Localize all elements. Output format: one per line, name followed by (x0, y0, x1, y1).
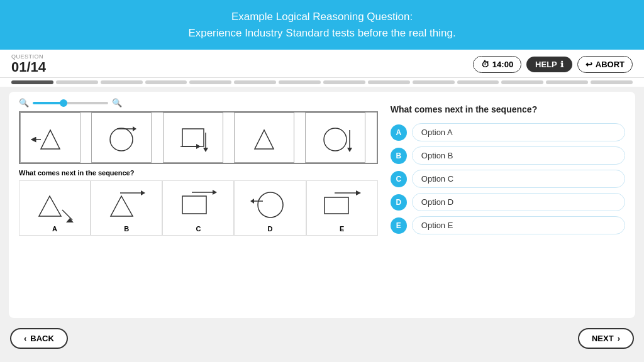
option-row-b[interactable]: B Option B (391, 146, 625, 165)
option-badge-d: D (391, 194, 407, 211)
progress-segment-3 (101, 80, 143, 84)
answer-label-d: D (268, 225, 273, 233)
seq-cell-1 (20, 112, 80, 163)
svg-marker-0 (41, 130, 60, 149)
header: Example Logical Reasoning Question: Expe… (0, 0, 644, 50)
zoom-out-icon: 🔍 (19, 98, 29, 107)
option-badge-a: A (391, 124, 407, 141)
right-panel: What comes next in the sequence? A Optio… (391, 98, 625, 312)
svg-marker-10 (255, 130, 274, 149)
svg-marker-16 (66, 218, 74, 222)
answer-grid[interactable]: A B C D E (19, 180, 378, 236)
seq-cell-4 (234, 112, 294, 163)
option-badge-b: B (391, 148, 407, 164)
answer-label-a: A (52, 225, 57, 233)
answer-option-d[interactable]: D (234, 180, 306, 236)
seq-cell-5 (305, 112, 365, 163)
abort-button[interactable]: ↩ ABORT (577, 56, 633, 73)
option-row-c[interactable]: C Option C (391, 170, 625, 188)
next-button[interactable]: NEXT › (578, 328, 634, 349)
clock-icon: ⏱ (481, 60, 489, 69)
svg-marker-22 (213, 190, 217, 195)
chevron-left-icon: ‹ (24, 334, 26, 343)
footer: ‹ BACK NEXT › (0, 323, 644, 354)
progress-segment-2 (56, 80, 98, 84)
progress-segment-6 (234, 80, 276, 84)
seq-cell-3 (163, 112, 223, 163)
left-question-text: What comes next in the sequence? (19, 169, 378, 177)
help-button[interactable]: HELP ℹ (526, 57, 572, 72)
progress-segment-14 (591, 80, 633, 84)
svg-rect-5 (182, 129, 204, 146)
zoom-row: 🔍 🔍 (19, 98, 378, 107)
svg-marker-14 (39, 196, 61, 216)
option-button-b[interactable]: Option B (412, 146, 625, 165)
progress-segment-9 (368, 80, 410, 84)
back-button[interactable]: ‹ BACK (10, 328, 68, 349)
question-info: QUESTION 01/14 (11, 53, 46, 75)
answer-option-a[interactable]: A (19, 180, 91, 236)
option-button-c[interactable]: Option C (412, 170, 625, 188)
bar-controls: ⏱ 14:00 HELP ℹ ↩ ABORT (473, 56, 633, 73)
svg-marker-17 (111, 196, 133, 216)
svg-marker-28 (356, 190, 361, 195)
svg-rect-26 (325, 197, 348, 214)
question-bar: QUESTION 01/14 ⏱ 14:00 HELP ℹ ↩ ABORT (0, 50, 644, 78)
option-row-a[interactable]: A Option A (391, 123, 625, 141)
progress-bar (0, 78, 644, 87)
option-button-e[interactable]: Option E (412, 216, 625, 234)
option-row-e[interactable]: E Option E (391, 216, 625, 234)
progress-segment-13 (546, 80, 588, 84)
answer-label-e: E (340, 225, 344, 233)
answer-option-b[interactable]: B (91, 180, 162, 236)
seq-cell-2 (91, 112, 152, 163)
svg-marker-13 (347, 148, 352, 152)
right-question-text: What comes next in the sequence? (391, 104, 625, 114)
svg-marker-7 (203, 148, 208, 152)
answer-option-c[interactable]: C (162, 180, 234, 236)
abort-icon: ↩ (586, 60, 592, 69)
progress-segment-5 (189, 80, 231, 84)
option-row-d[interactable]: D Option D (391, 193, 625, 211)
option-button-a[interactable]: Option A (412, 123, 625, 141)
progress-segment-8 (323, 80, 365, 84)
header-title: Example Logical Reasoning Question: Expe… (13, 9, 631, 41)
left-panel: 🔍 🔍 What (19, 98, 378, 312)
svg-rect-20 (182, 196, 206, 214)
option-badge-c: C (391, 171, 407, 187)
progress-segment-12 (501, 80, 543, 84)
svg-marker-25 (250, 199, 254, 204)
progress-segment-11 (457, 80, 499, 84)
info-icon: ℹ (560, 60, 564, 69)
svg-marker-19 (141, 190, 145, 195)
main-content: 🔍 🔍 What (9, 92, 635, 318)
progress-segment-1 (11, 80, 53, 84)
svg-marker-9 (196, 144, 201, 149)
chevron-right-icon: › (618, 334, 620, 343)
progress-segment-4 (145, 80, 187, 84)
option-badge-e: E (391, 217, 407, 234)
answer-label-c: C (196, 225, 201, 233)
zoom-in-icon: 🔍 (112, 98, 122, 107)
svg-marker-4 (133, 126, 136, 131)
timer-button[interactable]: ⏱ 14:00 (473, 56, 521, 73)
answer-label-b: B (124, 225, 129, 233)
progress-segment-10 (413, 80, 455, 84)
svg-point-2 (110, 128, 133, 151)
svg-point-11 (324, 128, 347, 151)
question-number: 01/14 (11, 60, 46, 75)
zoom-slider[interactable] (33, 102, 108, 104)
answer-option-e[interactable]: E (306, 180, 378, 236)
progress-segment-7 (279, 80, 321, 84)
option-button-d[interactable]: Option D (412, 193, 625, 211)
sequence-grid (19, 111, 378, 164)
svg-line-15 (62, 210, 72, 220)
svg-point-23 (258, 192, 283, 217)
